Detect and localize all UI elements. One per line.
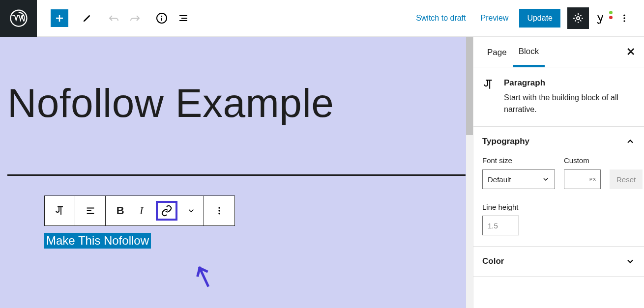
italic-button[interactable]: I bbox=[137, 201, 146, 220]
selected-paragraph-text[interactable]: Make This Nofollow bbox=[44, 233, 151, 249]
svg-point-3 bbox=[577, 17, 580, 20]
line-height-input[interactable] bbox=[482, 216, 519, 235]
custom-size-label: Custom bbox=[564, 156, 601, 165]
block-toolbar: B I bbox=[44, 196, 235, 226]
editor-canvas[interactable]: Nofollow Example B I bbox=[0, 37, 473, 308]
switch-to-draft-link[interactable]: Switch to draft bbox=[412, 11, 469, 26]
annotation-arrow bbox=[189, 259, 217, 291]
block-description: Start with the building block of all nar… bbox=[504, 92, 635, 115]
svg-point-7 bbox=[218, 207, 220, 209]
title-divider bbox=[7, 174, 466, 176]
paragraph-icon bbox=[482, 78, 495, 115]
bold-button[interactable]: B bbox=[114, 201, 127, 220]
font-size-label: Font size bbox=[482, 156, 555, 165]
redo-icon[interactable] bbox=[126, 9, 144, 27]
outline-icon[interactable] bbox=[175, 9, 192, 27]
svg-point-2 bbox=[161, 16, 162, 17]
color-panel-toggle[interactable]: Color bbox=[473, 247, 644, 276]
undo-icon[interactable] bbox=[105, 9, 122, 27]
update-button[interactable]: Update bbox=[519, 9, 560, 28]
svg-point-4 bbox=[623, 15, 625, 16]
svg-point-6 bbox=[623, 20, 625, 22]
typography-panel-toggle[interactable]: Typography bbox=[473, 127, 644, 156]
preview-link[interactable]: Preview bbox=[477, 11, 513, 26]
font-size-select[interactable]: Default bbox=[482, 169, 555, 189]
block-type-button[interactable] bbox=[45, 196, 75, 225]
scrollbar[interactable] bbox=[466, 37, 473, 308]
link-button[interactable] bbox=[156, 201, 177, 221]
svg-point-9 bbox=[218, 213, 220, 214]
edit-icon[interactable] bbox=[78, 9, 96, 27]
wordpress-logo[interactable] bbox=[0, 0, 37, 37]
block-more-button[interactable] bbox=[204, 196, 234, 225]
add-block-button[interactable] bbox=[51, 9, 68, 27]
reset-button[interactable]: Reset bbox=[610, 169, 643, 189]
chevron-down-icon bbox=[625, 256, 635, 266]
settings-sidebar: Page Block ✕ Paragraph Start with the bu… bbox=[473, 37, 644, 308]
page-title[interactable]: Nofollow Example bbox=[7, 81, 466, 125]
align-button[interactable] bbox=[75, 196, 106, 225]
yoast-icon[interactable] bbox=[596, 12, 609, 25]
info-icon[interactable] bbox=[153, 9, 171, 27]
settings-button[interactable] bbox=[567, 7, 589, 29]
svg-point-5 bbox=[623, 17, 625, 19]
tab-block[interactable]: Block bbox=[513, 37, 545, 67]
close-sidebar-button[interactable]: ✕ bbox=[626, 46, 635, 58]
svg-point-8 bbox=[218, 210, 220, 212]
tab-page[interactable]: Page bbox=[481, 38, 513, 66]
chevron-up-icon bbox=[625, 137, 635, 146]
block-name: Paragraph bbox=[504, 78, 635, 88]
custom-size-input[interactable]: PX bbox=[564, 169, 601, 189]
more-options-icon[interactable] bbox=[615, 9, 633, 27]
line-height-label: Line height bbox=[482, 203, 635, 211]
format-more-button[interactable] bbox=[187, 206, 196, 215]
